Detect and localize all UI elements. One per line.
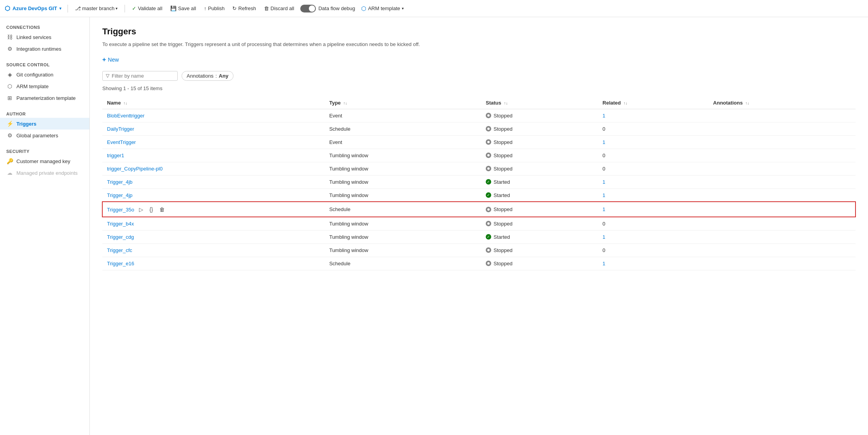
arm-chevron: ▾ — [402, 6, 404, 11]
trigger-name-cell: Trigger_cdg — [102, 230, 324, 243]
trigger-name-link[interactable]: trigger1 — [107, 153, 124, 158]
sidebar-item-parameterization[interactable]: ⊞ Parameterization template — [0, 92, 89, 104]
new-trigger-button[interactable]: + New — [102, 56, 119, 63]
trigger-related-cell: 1 — [598, 135, 708, 149]
related-link[interactable]: 1 — [602, 139, 605, 145]
related-link[interactable]: 1 — [602, 206, 605, 212]
trigger-name-link[interactable]: Trigger_4jb — [107, 179, 132, 185]
col-header-annotations[interactable]: Annotations ↑↓ — [708, 97, 856, 109]
related-link[interactable]: 1 — [602, 192, 605, 198]
filter-input[interactable] — [112, 73, 174, 79]
trigger-name-link[interactable]: Trigger_cdg — [107, 234, 134, 240]
trigger-name-link[interactable]: Trigger_b4x — [107, 221, 134, 227]
publish-button[interactable]: ↑ Publish — [201, 4, 228, 13]
annotations-button[interactable]: Annotations : Any — [182, 71, 233, 81]
content-area: Triggers To execute a pipeline set the t… — [90, 17, 868, 435]
stopped-icon — [486, 166, 491, 171]
table-row: Trigger_cdgTumbling windowStarted1 — [102, 230, 856, 243]
sidebar-item-triggers[interactable]: ⚡ Triggers — [0, 118, 89, 130]
linked-services-icon: ⛓ — [6, 34, 13, 40]
col-header-name[interactable]: Name ↑↓ — [102, 97, 324, 109]
customer-key-icon: 🔑 — [6, 158, 13, 164]
status-text: Stopped — [494, 166, 512, 172]
save-all-button[interactable]: 💾 Save all — [167, 4, 199, 13]
json-button[interactable]: {} — [148, 206, 155, 213]
validate-all-button[interactable]: ✓ Validate all — [129, 4, 166, 13]
related-link[interactable]: 1 — [602, 179, 605, 185]
sidebar-item-global-parameters[interactable]: ⚙ Global parameters — [0, 130, 89, 141]
trigger-type-cell: Tumbling window — [324, 175, 481, 188]
filter-row: ▽ Annotations : Any — [102, 71, 856, 81]
related-link[interactable]: 1 — [602, 234, 605, 240]
status-text: Stopped — [494, 126, 512, 132]
trigger-name-link[interactable]: trigger_CopyPipeline-pl0 — [107, 166, 162, 172]
table-row: Trigger_4jpTumbling windowStarted1 — [102, 188, 856, 202]
trigger-annotations-cell — [708, 257, 856, 270]
trigger-related-cell: 1 — [598, 202, 708, 217]
publish-icon: ↑ — [204, 5, 207, 11]
discard-all-button[interactable]: 🗑 Discard all — [261, 4, 298, 13]
divider-1 — [68, 5, 68, 12]
trigger-related-cell: 0 — [598, 149, 708, 162]
stopped-icon — [486, 126, 491, 131]
trigger-related-cell: 0 — [598, 217, 708, 230]
trigger-name-link[interactable]: DailyTrigger — [107, 126, 134, 132]
sidebar-item-integration-runtimes[interactable]: ⚙ Integration runtimes — [0, 43, 89, 55]
delete-button[interactable]: 🗑 — [158, 206, 166, 213]
divider-2 — [125, 5, 125, 12]
trigger-name-cell: Trigger_4jb — [102, 175, 324, 188]
refresh-button[interactable]: ↻ Refresh — [229, 4, 259, 13]
status-text: Stopped — [494, 113, 512, 119]
source-control-section: Source control — [0, 59, 89, 69]
trigger-name-link[interactable]: Trigger_cfc — [107, 247, 132, 253]
trigger-annotations-cell — [708, 175, 856, 188]
col-header-type[interactable]: Type ↑↓ — [324, 97, 481, 109]
status-text: Started — [494, 179, 510, 185]
table-row: trigger1Tumbling windowStopped0 — [102, 149, 856, 162]
plus-icon: + — [102, 56, 106, 63]
trigger-name-link[interactable]: Trigger_35o — [107, 207, 134, 213]
dataflow-debug-toggle-wrap: Data flow debug — [300, 5, 355, 12]
trigger-status-cell: Started — [481, 188, 598, 202]
sidebar-item-linked-services[interactable]: ⛓ Linked services — [0, 31, 89, 43]
trigger-name-link[interactable]: Trigger_e16 — [107, 261, 134, 266]
main-layout: Connections ⛓ Linked services ⚙ Integrat… — [0, 17, 868, 435]
brand[interactable]: ⬡ Azure DevOps GIT ▾ — [5, 5, 61, 12]
trigger-name-link[interactable]: Trigger_4jp — [107, 192, 132, 198]
trigger-name-cell: Trigger_cfc — [102, 243, 324, 257]
trigger-annotations-cell — [708, 149, 856, 162]
trigger-type-cell: Schedule — [324, 122, 481, 135]
related-link[interactable]: 1 — [602, 113, 605, 119]
brand-chevron[interactable]: ▾ — [59, 6, 61, 11]
arm-template-button[interactable]: ⬡ ARM template ▾ — [358, 4, 406, 14]
parameterization-icon: ⊞ — [6, 95, 13, 101]
trigger-type-cell: Schedule — [324, 202, 481, 217]
sidebar-item-arm-template[interactable]: ⬡ ARM template — [0, 80, 89, 92]
trigger-name-link[interactable]: BlobEventtrigger — [107, 113, 144, 119]
col-header-status[interactable]: Status ↑↓ — [481, 97, 598, 109]
validate-icon: ✓ — [132, 5, 136, 11]
trigger-status-cell: Stopped — [481, 257, 598, 270]
trigger-type-cell: Tumbling window — [324, 230, 481, 243]
type-sort-icon: ↑↓ — [343, 101, 347, 105]
trigger-name-cell: trigger1 — [102, 149, 324, 162]
col-header-related[interactable]: Related ↑↓ — [598, 97, 708, 109]
filter-icon: ▽ — [106, 73, 109, 78]
triggers-table: Name ↑↓ Type ↑↓ Status ↑↓ Related ↑↓ — [102, 97, 856, 270]
started-icon — [486, 192, 491, 198]
sidebar-item-git-configuration[interactable]: ◈ Git configuration — [0, 69, 89, 80]
author-section: Author — [0, 108, 89, 118]
trigger-type-cell: Schedule — [324, 257, 481, 270]
trigger-name-link[interactable]: EventTrigger — [107, 139, 136, 145]
related-link[interactable]: 1 — [602, 261, 605, 266]
dataflow-debug-toggle[interactable] — [300, 5, 316, 12]
trigger-related-cell: 1 — [598, 109, 708, 122]
status-text: Stopped — [494, 139, 512, 145]
branch-selector[interactable]: ⎇ master branch ▾ — [72, 4, 121, 13]
trigger-status-cell: Started — [481, 175, 598, 188]
sidebar-item-customer-key[interactable]: 🔑 Customer managed key — [0, 155, 89, 167]
table-row: BlobEventtriggerEventStopped1 — [102, 109, 856, 122]
run-button[interactable]: ▷ — [137, 206, 145, 213]
trigger-status-cell: Started — [481, 230, 598, 243]
table-row: DailyTriggerScheduleStopped0 — [102, 122, 856, 135]
